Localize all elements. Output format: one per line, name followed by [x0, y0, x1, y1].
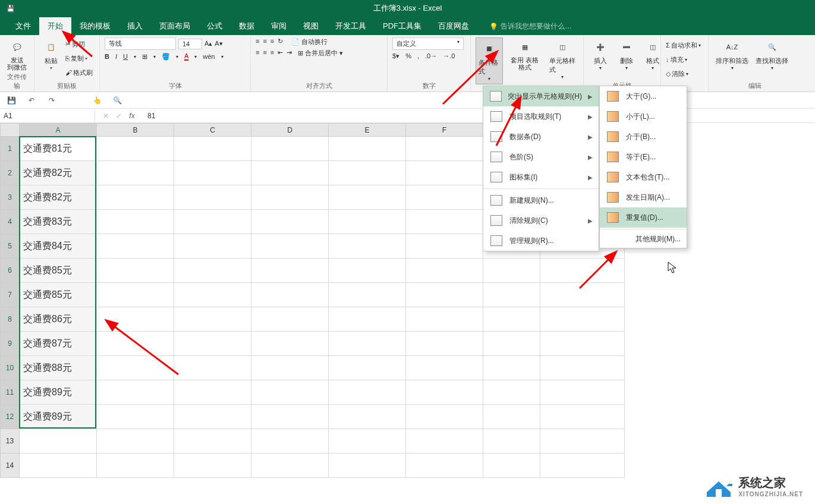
row-header-7[interactable]: 7 [1, 283, 20, 307]
cell-D2[interactable] [251, 161, 329, 185]
align-top-icon[interactable]: ≡ [256, 37, 259, 46]
cell-D4[interactable] [251, 210, 329, 234]
cell-C3[interactable] [174, 185, 251, 210]
bold-button[interactable]: B [105, 53, 109, 60]
menu-item-new[interactable]: 新建规则(N)... [483, 190, 599, 210]
cell-E6[interactable] [329, 259, 406, 283]
cell-D1[interactable] [251, 137, 329, 161]
cell-F9[interactable] [406, 332, 483, 356]
cell-A2[interactable]: 交通费82元 [20, 161, 97, 185]
cell-G12[interactable] [483, 405, 540, 429]
submenu-item[interactable]: 重复值(D)... [600, 207, 687, 228]
cell-C2[interactable] [174, 161, 251, 185]
enter-formula-icon[interactable]: ✓ [113, 112, 125, 120]
cell-A12[interactable]: 交通费89元 [20, 405, 97, 429]
cell-F6[interactable] [406, 259, 483, 283]
name-box[interactable]: A1 [0, 109, 95, 122]
menu-item-manage[interactable]: 管理规则(R)... [483, 231, 599, 251]
align-mid-icon[interactable]: ≡ [263, 37, 266, 46]
find-select-button[interactable]: 🔍查找和选择▾ [753, 37, 791, 72]
select-all-corner[interactable] [1, 124, 20, 137]
cancel-formula-icon[interactable]: ✕ [100, 112, 112, 120]
formula-bar[interactable]: 81 [143, 112, 815, 120]
clear-button[interactable]: ◇清除▾ [666, 67, 703, 80]
submenu-item[interactable]: 小于(L)... [600, 106, 687, 127]
dropdown-arrow-icon[interactable]: ▾ [50, 65, 52, 71]
submenu-item[interactable]: 其他规则(M)... [600, 231, 687, 248]
col-header-D[interactable]: D [251, 124, 329, 137]
tab-文件[interactable]: 文件 [7, 17, 39, 35]
row-header-9[interactable]: 9 [1, 332, 20, 356]
tab-开发工具[interactable]: 开发工具 [327, 17, 375, 35]
col-header-E[interactable]: E [329, 124, 406, 137]
cell-B6[interactable] [97, 259, 174, 283]
cell-E7[interactable] [329, 283, 406, 307]
row-header-3[interactable]: 3 [1, 185, 20, 210]
row-header-10[interactable]: 10 [1, 356, 20, 380]
cell-C8[interactable] [174, 307, 251, 332]
col-header-C[interactable]: C [174, 124, 251, 137]
cell-G14[interactable] [483, 453, 540, 478]
cell-C6[interactable] [174, 259, 251, 283]
cell-J11[interactable] [540, 380, 625, 405]
fill-button[interactable]: ↓填充▾ [666, 53, 703, 66]
cell-J8[interactable] [540, 307, 625, 332]
cell-B14[interactable] [97, 453, 174, 478]
cell-E1[interactable] [329, 137, 406, 161]
cell-C12[interactable] [174, 405, 251, 429]
cell-J14[interactable] [540, 453, 625, 478]
cell-D5[interactable] [251, 234, 329, 259]
col-header-B[interactable]: B [97, 124, 174, 137]
delete-button[interactable]: ➖删除▾ [615, 37, 638, 72]
cell-F2[interactable] [406, 161, 483, 185]
inc-decimal-icon[interactable]: .0→ [425, 52, 437, 60]
undo-button[interactable]: ↶ [25, 94, 38, 107]
cell-C13[interactable] [174, 429, 251, 453]
row-header-4[interactable]: 4 [1, 210, 20, 234]
cell-F12[interactable] [406, 405, 483, 429]
cell-B9[interactable] [97, 332, 174, 356]
row-header-12[interactable]: 12 [1, 405, 20, 429]
cell-G6[interactable] [483, 259, 540, 283]
tell-me-input[interactable]: 💡 告诉我您想要做什么… [489, 21, 572, 35]
row-header-8[interactable]: 8 [1, 307, 20, 332]
tab-页面布局[interactable]: 页面布局 [151, 17, 199, 35]
row-header-1[interactable]: 1 [1, 137, 20, 161]
cell-A3[interactable]: 交通费82元 [20, 185, 97, 210]
fill-color-button[interactable]: 🪣 [162, 53, 170, 61]
submenu-item[interactable]: 文本包含(T)... [600, 167, 687, 187]
menu-item-databars[interactable]: 数据条(D)▶ [483, 127, 599, 147]
spreadsheet-grid[interactable]: ABCDEFGJ1交通费81元2交通费82元3交通费82元4交通费83元5交通费… [0, 123, 815, 478]
tab-数据[interactable]: 数据 [231, 17, 263, 35]
percent-icon[interactable]: % [405, 52, 411, 60]
cell-J10[interactable] [540, 356, 625, 380]
cell-E11[interactable] [329, 380, 406, 405]
cell-B3[interactable] [97, 185, 174, 210]
cell-A5[interactable]: 交通费84元 [20, 234, 97, 259]
cell-D12[interactable] [251, 405, 329, 429]
cell-A13[interactable] [20, 429, 97, 453]
tab-视图[interactable]: 视图 [295, 17, 327, 35]
format-painter-button[interactable]: 🖌格式刷 [65, 66, 93, 79]
sort-filter-button[interactable]: A↓Z排序和筛选▾ [713, 37, 751, 72]
menu-item-colorscale[interactable]: 色阶(S)▶ [483, 147, 599, 167]
cell-F8[interactable] [406, 307, 483, 332]
row-header-2[interactable]: 2 [1, 161, 20, 185]
align-left-icon[interactable]: ≡ [256, 49, 259, 58]
autosum-button[interactable]: Σ自动求和▾ [666, 39, 703, 52]
cell-C10[interactable] [174, 356, 251, 380]
menu-item-highlight[interactable]: 突出显示单元格规则(H)▶ [483, 86, 599, 106]
tab-审阅[interactable]: 审阅 [263, 17, 295, 35]
cell-D14[interactable] [251, 453, 329, 478]
cell-B8[interactable] [97, 307, 174, 332]
cell-B12[interactable] [97, 405, 174, 429]
orientation-icon[interactable]: ↻ [278, 37, 283, 46]
cell-C11[interactable] [174, 380, 251, 405]
cell-G10[interactable] [483, 356, 540, 380]
cell-B4[interactable] [97, 210, 174, 234]
dec-decimal-icon[interactable]: →.0 [443, 52, 455, 60]
merge-center-button[interactable]: ⊞ 合并后居中 ▾ [298, 49, 343, 58]
row-header-11[interactable]: 11 [1, 380, 20, 405]
col-header-A[interactable]: A [20, 124, 97, 137]
cell-E3[interactable] [329, 185, 406, 210]
